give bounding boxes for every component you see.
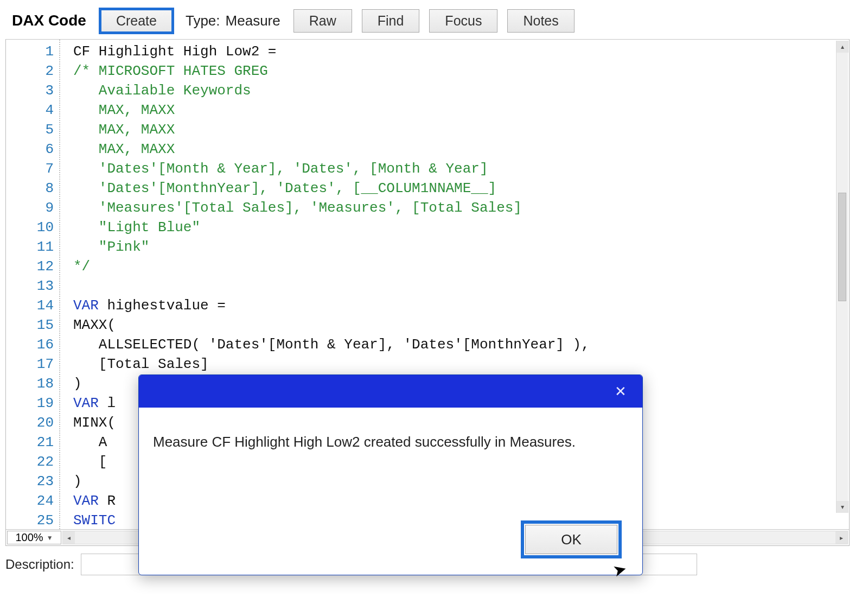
line-number: 3: [6, 81, 54, 100]
line-number: 12: [6, 257, 54, 276]
code-line[interactable]: ALLSELECTED( 'Dates'[Month & Year], 'Dat…: [73, 335, 849, 354]
line-number: 22: [6, 452, 54, 472]
line-number: 4: [6, 100, 54, 120]
success-dialog: ✕ Measure CF Highlight High Low2 created…: [138, 374, 643, 575]
line-gutter: 1234567891011121314151617181920212223242…: [6, 40, 60, 529]
type-value: Measure: [226, 12, 280, 29]
line-number: 13: [6, 276, 54, 296]
code-line[interactable]: [73, 276, 849, 296]
line-number: 21: [6, 433, 54, 452]
line-number: 14: [6, 296, 54, 315]
code-line[interactable]: MAX, MAXX: [73, 100, 849, 120]
line-number: 9: [6, 198, 54, 218]
line-number: 1: [6, 42, 54, 61]
scroll-left-icon[interactable]: ◂: [63, 531, 75, 544]
line-number: 2: [6, 61, 54, 81]
code-line[interactable]: */: [73, 257, 849, 276]
line-number: 11: [6, 237, 54, 257]
line-number: 16: [6, 335, 54, 354]
line-number: 25: [6, 511, 54, 529]
line-number: 5: [6, 120, 54, 139]
create-button[interactable]: Create: [100, 9, 173, 33]
zoom-value: 100%: [15, 531, 43, 544]
code-line[interactable]: 'Dates'[Month & Year], 'Dates', [Month &…: [73, 159, 849, 179]
scroll-down-icon[interactable]: ▾: [837, 501, 848, 513]
close-icon[interactable]: ✕: [610, 383, 631, 400]
line-number: 18: [6, 374, 54, 393]
type-group: Type: Measure: [186, 12, 280, 29]
line-number: 10: [6, 218, 54, 237]
scroll-thumb[interactable]: [838, 193, 846, 301]
dialog-titlebar: ✕: [139, 375, 642, 408]
scroll-right-icon[interactable]: ▸: [835, 531, 847, 544]
ok-button-highlight: OK: [521, 520, 622, 558]
find-button[interactable]: Find: [362, 9, 420, 33]
line-number: 23: [6, 472, 54, 491]
app-title: DAX Code: [12, 12, 86, 29]
description-label: Description:: [5, 557, 74, 572]
line-number: 20: [6, 413, 54, 433]
code-line[interactable]: /* MICROSOFT HATES GREG: [73, 61, 849, 81]
line-number: 15: [6, 315, 54, 335]
line-number: 24: [6, 491, 54, 511]
ok-button[interactable]: OK: [525, 525, 617, 554]
notes-button[interactable]: Notes: [507, 9, 574, 33]
code-line[interactable]: MAX, MAXX: [73, 139, 849, 159]
code-line[interactable]: MAX, MAXX: [73, 120, 849, 139]
code-line[interactable]: Available Keywords: [73, 81, 849, 100]
code-line[interactable]: 'Dates'[MonthnYear], 'Dates', [__COLUM1N…: [73, 179, 849, 198]
line-number: 6: [6, 139, 54, 159]
code-line[interactable]: [Total Sales]: [73, 354, 849, 374]
code-line[interactable]: CF Highlight High Low2 =: [73, 42, 849, 61]
code-line[interactable]: VAR highestvalue =: [73, 296, 849, 315]
raw-button[interactable]: Raw: [293, 9, 352, 33]
scroll-up-icon[interactable]: ▴: [837, 41, 848, 53]
zoom-select[interactable]: 100% ▼: [7, 531, 61, 544]
vertical-scrollbar[interactable]: ▴ ▾: [836, 41, 848, 513]
code-line[interactable]: "Light Blue": [73, 218, 849, 237]
focus-button[interactable]: Focus: [429, 9, 497, 33]
line-number: 19: [6, 393, 54, 413]
line-number: 17: [6, 354, 54, 374]
type-label: Type:: [186, 12, 220, 29]
code-line[interactable]: MAXX(: [73, 315, 849, 335]
code-line[interactable]: 'Measures'[Total Sales], 'Measures', [To…: [73, 198, 849, 218]
dialog-message: Measure CF Highlight High Low2 created s…: [139, 408, 642, 450]
chevron-down-icon: ▼: [47, 534, 53, 542]
toolbar: DAX Code Create Type: Measure Raw Find F…: [5, 4, 863, 37]
code-line[interactable]: "Pink": [73, 237, 849, 257]
line-number: 7: [6, 159, 54, 179]
line-number: 8: [6, 179, 54, 198]
